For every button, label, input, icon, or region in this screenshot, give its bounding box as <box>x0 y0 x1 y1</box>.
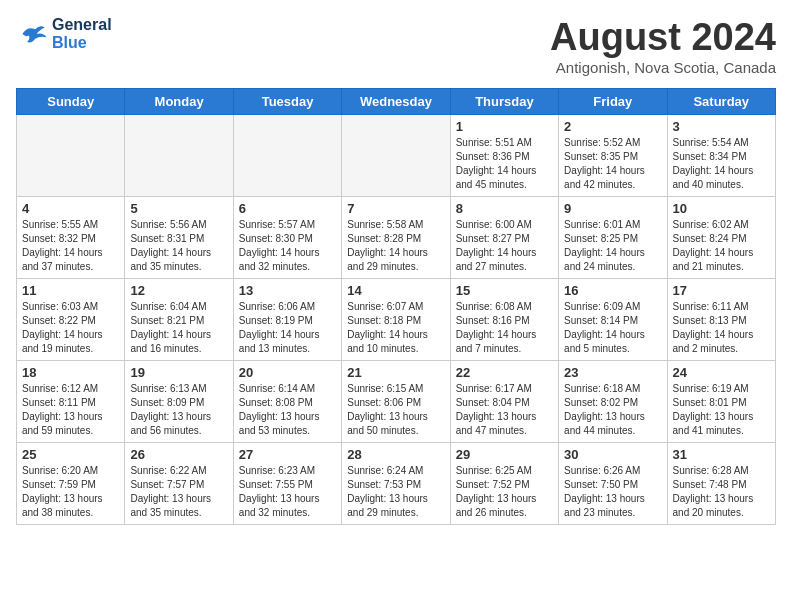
day-number: 3 <box>673 119 770 134</box>
day-number: 31 <box>673 447 770 462</box>
cell-content: Sunrise: 5:57 AM Sunset: 8:30 PM Dayligh… <box>239 219 320 272</box>
calendar-cell-18: 14Sunrise: 6:07 AM Sunset: 8:18 PM Dayli… <box>342 279 450 361</box>
calendar-cell-29: 25Sunrise: 6:20 AM Sunset: 7:59 PM Dayli… <box>17 443 125 525</box>
cell-content: Sunrise: 6:19 AM Sunset: 8:01 PM Dayligh… <box>673 383 754 436</box>
day-number: 2 <box>564 119 661 134</box>
calendar-cell-26: 22Sunrise: 6:17 AM Sunset: 8:04 PM Dayli… <box>450 361 558 443</box>
calendar-cell-16: 12Sunrise: 6:04 AM Sunset: 8:21 PM Dayli… <box>125 279 233 361</box>
day-number: 18 <box>22 365 119 380</box>
day-header-friday: Friday <box>559 89 667 115</box>
day-number: 7 <box>347 201 444 216</box>
cell-content: Sunrise: 6:08 AM Sunset: 8:16 PM Dayligh… <box>456 301 537 354</box>
cell-content: Sunrise: 6:20 AM Sunset: 7:59 PM Dayligh… <box>22 465 103 518</box>
cell-content: Sunrise: 6:00 AM Sunset: 8:27 PM Dayligh… <box>456 219 537 272</box>
cell-content: Sunrise: 5:52 AM Sunset: 8:35 PM Dayligh… <box>564 137 645 190</box>
day-number: 15 <box>456 283 553 298</box>
day-number: 10 <box>673 201 770 216</box>
calendar-cell-25: 21Sunrise: 6:15 AM Sunset: 8:06 PM Dayli… <box>342 361 450 443</box>
calendar-cell-20: 16Sunrise: 6:09 AM Sunset: 8:14 PM Dayli… <box>559 279 667 361</box>
day-number: 30 <box>564 447 661 462</box>
day-number: 12 <box>130 283 227 298</box>
day-header-row: SundayMondayTuesdayWednesdayThursdayFrid… <box>17 89 776 115</box>
cell-content: Sunrise: 6:28 AM Sunset: 7:48 PM Dayligh… <box>673 465 754 518</box>
day-number: 20 <box>239 365 336 380</box>
day-number: 22 <box>456 365 553 380</box>
cell-content: Sunrise: 6:01 AM Sunset: 8:25 PM Dayligh… <box>564 219 645 272</box>
cell-content: Sunrise: 6:14 AM Sunset: 8:08 PM Dayligh… <box>239 383 320 436</box>
calendar-table: SundayMondayTuesdayWednesdayThursdayFrid… <box>16 88 776 525</box>
location-subtitle: Antigonish, Nova Scotia, Canada <box>550 59 776 76</box>
cell-content: Sunrise: 6:11 AM Sunset: 8:13 PM Dayligh… <box>673 301 754 354</box>
cell-content: Sunrise: 6:02 AM Sunset: 8:24 PM Dayligh… <box>673 219 754 272</box>
cell-content: Sunrise: 6:04 AM Sunset: 8:21 PM Dayligh… <box>130 301 211 354</box>
calendar-cell-10: 6Sunrise: 5:57 AM Sunset: 8:30 PM Daylig… <box>233 197 341 279</box>
day-number: 6 <box>239 201 336 216</box>
calendar-cell-17: 13Sunrise: 6:06 AM Sunset: 8:19 PM Dayli… <box>233 279 341 361</box>
month-year-title: August 2024 <box>550 16 776 59</box>
page-header: General Blue August 2024 Antigonish, Nov… <box>16 16 776 76</box>
day-header-tuesday: Tuesday <box>233 89 341 115</box>
calendar-cell-7: 3Sunrise: 5:54 AM Sunset: 8:34 PM Daylig… <box>667 115 775 197</box>
calendar-cell-9: 5Sunrise: 5:56 AM Sunset: 8:31 PM Daylig… <box>125 197 233 279</box>
title-section: August 2024 Antigonish, Nova Scotia, Can… <box>550 16 776 76</box>
calendar-cell-23: 19Sunrise: 6:13 AM Sunset: 8:09 PM Dayli… <box>125 361 233 443</box>
logo-blue: Blue <box>52 34 112 52</box>
day-number: 29 <box>456 447 553 462</box>
logo-bird-icon <box>16 18 48 50</box>
day-number: 21 <box>347 365 444 380</box>
cell-content: Sunrise: 5:55 AM Sunset: 8:32 PM Dayligh… <box>22 219 103 272</box>
cell-content: Sunrise: 5:54 AM Sunset: 8:34 PM Dayligh… <box>673 137 754 190</box>
cell-content: Sunrise: 6:03 AM Sunset: 8:22 PM Dayligh… <box>22 301 103 354</box>
calendar-cell-22: 18Sunrise: 6:12 AM Sunset: 8:11 PM Dayli… <box>17 361 125 443</box>
day-header-thursday: Thursday <box>450 89 558 115</box>
calendar-cell-13: 9Sunrise: 6:01 AM Sunset: 8:25 PM Daylig… <box>559 197 667 279</box>
day-number: 23 <box>564 365 661 380</box>
cell-content: Sunrise: 6:15 AM Sunset: 8:06 PM Dayligh… <box>347 383 428 436</box>
cell-content: Sunrise: 5:58 AM Sunset: 8:28 PM Dayligh… <box>347 219 428 272</box>
calendar-row-4: 25Sunrise: 6:20 AM Sunset: 7:59 PM Dayli… <box>17 443 776 525</box>
day-number: 8 <box>456 201 553 216</box>
day-number: 27 <box>239 447 336 462</box>
cell-content: Sunrise: 5:51 AM Sunset: 8:36 PM Dayligh… <box>456 137 537 190</box>
calendar-row-1: 4Sunrise: 5:55 AM Sunset: 8:32 PM Daylig… <box>17 197 776 279</box>
day-number: 11 <box>22 283 119 298</box>
cell-content: Sunrise: 6:07 AM Sunset: 8:18 PM Dayligh… <box>347 301 428 354</box>
calendar-cell-5: 1Sunrise: 5:51 AM Sunset: 8:36 PM Daylig… <box>450 115 558 197</box>
calendar-cell-30: 26Sunrise: 6:22 AM Sunset: 7:57 PM Dayli… <box>125 443 233 525</box>
cell-content: Sunrise: 6:23 AM Sunset: 7:55 PM Dayligh… <box>239 465 320 518</box>
calendar-cell-27: 23Sunrise: 6:18 AM Sunset: 8:02 PM Dayli… <box>559 361 667 443</box>
calendar-cell-21: 17Sunrise: 6:11 AM Sunset: 8:13 PM Dayli… <box>667 279 775 361</box>
calendar-cell-35: 31Sunrise: 6:28 AM Sunset: 7:48 PM Dayli… <box>667 443 775 525</box>
day-header-wednesday: Wednesday <box>342 89 450 115</box>
calendar-cell-34: 30Sunrise: 6:26 AM Sunset: 7:50 PM Dayli… <box>559 443 667 525</box>
cell-content: Sunrise: 5:56 AM Sunset: 8:31 PM Dayligh… <box>130 219 211 272</box>
cell-content: Sunrise: 6:17 AM Sunset: 8:04 PM Dayligh… <box>456 383 537 436</box>
cell-content: Sunrise: 6:24 AM Sunset: 7:53 PM Dayligh… <box>347 465 428 518</box>
logo-text: General Blue <box>52 16 112 51</box>
calendar-cell-11: 7Sunrise: 5:58 AM Sunset: 8:28 PM Daylig… <box>342 197 450 279</box>
calendar-cell-3 <box>233 115 341 197</box>
calendar-cell-28: 24Sunrise: 6:19 AM Sunset: 8:01 PM Dayli… <box>667 361 775 443</box>
logo-general: General <box>52 16 112 34</box>
calendar-cell-1 <box>17 115 125 197</box>
day-number: 14 <box>347 283 444 298</box>
cell-content: Sunrise: 6:18 AM Sunset: 8:02 PM Dayligh… <box>564 383 645 436</box>
cell-content: Sunrise: 6:13 AM Sunset: 8:09 PM Dayligh… <box>130 383 211 436</box>
day-header-sunday: Sunday <box>17 89 125 115</box>
day-number: 9 <box>564 201 661 216</box>
calendar-cell-15: 11Sunrise: 6:03 AM Sunset: 8:22 PM Dayli… <box>17 279 125 361</box>
calendar-row-2: 11Sunrise: 6:03 AM Sunset: 8:22 PM Dayli… <box>17 279 776 361</box>
calendar-cell-24: 20Sunrise: 6:14 AM Sunset: 8:08 PM Dayli… <box>233 361 341 443</box>
day-number: 13 <box>239 283 336 298</box>
calendar-cell-33: 29Sunrise: 6:25 AM Sunset: 7:52 PM Dayli… <box>450 443 558 525</box>
calendar-cell-4 <box>342 115 450 197</box>
day-number: 26 <box>130 447 227 462</box>
calendar-row-3: 18Sunrise: 6:12 AM Sunset: 8:11 PM Dayli… <box>17 361 776 443</box>
day-number: 28 <box>347 447 444 462</box>
cell-content: Sunrise: 6:09 AM Sunset: 8:14 PM Dayligh… <box>564 301 645 354</box>
cell-content: Sunrise: 6:22 AM Sunset: 7:57 PM Dayligh… <box>130 465 211 518</box>
day-number: 19 <box>130 365 227 380</box>
day-number: 16 <box>564 283 661 298</box>
cell-content: Sunrise: 6:12 AM Sunset: 8:11 PM Dayligh… <box>22 383 103 436</box>
day-number: 25 <box>22 447 119 462</box>
